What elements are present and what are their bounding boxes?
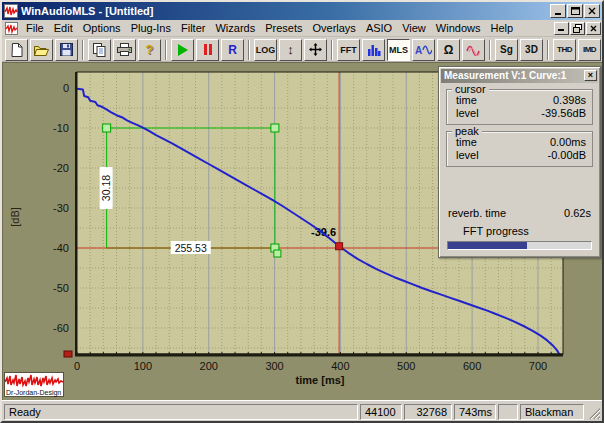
status-ready: Ready <box>4 404 358 420</box>
document-icon <box>5 22 18 35</box>
new-page-icon <box>11 43 23 57</box>
selection-handle[interactable] <box>103 124 111 132</box>
menu-asio[interactable]: ASIO <box>361 21 397 36</box>
record-r-button[interactable]: R <box>221 39 244 61</box>
peak-time-row: time 0.00ms <box>447 136 592 149</box>
panel-close-icon: × <box>588 70 593 80</box>
sg-button[interactable]: Sg <box>495 39 518 61</box>
svg-text:A: A <box>415 45 422 56</box>
status-samplerate: 44100 <box>360 404 402 420</box>
y-tick-label: -40 <box>53 242 69 254</box>
reverb-time-row: reverb. time 0.62s <box>448 207 591 219</box>
omega-icon: Ω <box>444 43 454 57</box>
cursor-level-key: level <box>456 107 479 120</box>
squiggle-icon <box>466 44 482 56</box>
resize-grip[interactable] <box>587 404 600 420</box>
x-tick-label: 600 <box>463 360 481 372</box>
play-button[interactable] <box>171 39 194 61</box>
toolbar-separator <box>489 40 491 60</box>
r-icon: R <box>228 43 237 57</box>
three-d-button[interactable]: 3D <box>520 39 543 61</box>
toolbar-separator <box>547 40 549 60</box>
toolbar-separator <box>165 40 167 60</box>
mdi-close-icon <box>590 25 597 32</box>
menu-edit[interactable]: Edit <box>49 21 78 36</box>
menu-help[interactable]: Help <box>485 21 518 36</box>
spectrum-button[interactable] <box>362 39 385 61</box>
cursor-marker[interactable] <box>336 243 343 250</box>
cursor-group-label: cursor <box>452 83 489 95</box>
left-axis-marker[interactable] <box>64 351 72 357</box>
mdi-close-button[interactable] <box>586 22 601 35</box>
mdi-restore-button[interactable] <box>570 22 585 35</box>
x-tick-label: 500 <box>397 360 415 372</box>
fft-button[interactable]: FFT <box>337 39 360 61</box>
menu-wizards[interactable]: Wizards <box>210 21 260 36</box>
peak-level-row: level -0.00dB <box>447 149 592 162</box>
measurement-panel-close-button[interactable]: × <box>584 70 597 81</box>
thd-button[interactable]: THD <box>553 39 576 61</box>
x-tick-label: 300 <box>265 360 283 372</box>
cursor-groupbox: cursor time 0.398s level -39.56dB <box>446 89 593 125</box>
waveform-icon <box>5 373 63 389</box>
maximize-icon <box>571 7 580 15</box>
copy-button[interactable] <box>88 39 111 61</box>
close-icon <box>588 7 596 15</box>
fft-progress-label: FFT progress <box>463 225 529 237</box>
y-tick-label: 0 <box>63 82 69 94</box>
menu-file[interactable]: File <box>21 21 49 36</box>
save-button[interactable] <box>55 39 78 61</box>
signal-generator-button[interactable]: A <box>412 39 435 61</box>
vendor-logo: Dr-Jordan-Design <box>4 372 64 397</box>
pan-button[interactable] <box>304 39 327 61</box>
status-window-length: 743ms <box>454 404 496 420</box>
y-tick-label: -20 <box>53 162 69 174</box>
menu-view[interactable]: View <box>397 21 431 36</box>
log-scale-button[interactable]: LOG <box>254 39 277 61</box>
peak-time-key: time <box>456 136 477 149</box>
impedance-button[interactable]: Ω <box>437 39 460 61</box>
maximize-button[interactable] <box>567 4 583 18</box>
menu-presets[interactable]: Presets <box>260 21 307 36</box>
x-tick-label: 0 <box>74 360 80 372</box>
measurement-panel-titlebar[interactable]: Measurement V:1 Curve:1 × <box>441 69 598 83</box>
cursor-time-row: time 0.398s <box>447 94 592 107</box>
pause-button[interactable] <box>196 39 219 61</box>
mdi-restore-icon <box>573 24 582 33</box>
menu-windows[interactable]: Windows <box>431 21 486 36</box>
app-icon <box>4 4 18 18</box>
menu-plugins[interactable]: Plug-Ins <box>126 21 176 36</box>
imd-button[interactable]: IMD <box>578 39 601 61</box>
peak-level-key: level <box>456 149 479 162</box>
menubar: File Edit Options Plug-Ins Filter Wizard… <box>2 20 602 37</box>
menu-overlays[interactable]: Overlays <box>307 21 360 36</box>
selection-handle[interactable] <box>271 124 279 132</box>
mdi-window-controls <box>553 22 601 35</box>
close-button[interactable] <box>584 4 600 18</box>
x-tick-label: 200 <box>200 360 218 372</box>
measurement-panel[interactable]: Measurement V:1 Curve:1 × cursor time 0.… <box>438 66 601 258</box>
y-tick-label: -60 <box>53 322 69 334</box>
toolbar: ? R LOG ↕ FFT MLS A Ω <box>2 37 602 62</box>
minimize-button[interactable] <box>550 4 566 18</box>
vertical-zoom-button[interactable]: ↕ <box>279 39 302 61</box>
help-button[interactable]: ? <box>138 39 161 61</box>
play-icon <box>178 44 188 56</box>
new-button[interactable] <box>5 39 28 61</box>
cursor-time-value: 0.398s <box>553 94 586 107</box>
mls-button[interactable]: MLS <box>387 39 410 61</box>
menu-filter[interactable]: Filter <box>176 21 210 36</box>
statusbar: Ready 44100 32768 743ms Blackman <box>2 400 602 420</box>
y-tick-label: -30 <box>53 202 69 214</box>
reverb-time-value: 0.62s <box>564 207 591 219</box>
menu-options[interactable]: Options <box>78 21 126 36</box>
wavelet-button[interactable] <box>462 39 485 61</box>
toolbar-separator <box>331 40 333 60</box>
selection-handle[interactable] <box>274 250 281 257</box>
mdi-minimize-button[interactable] <box>554 22 569 35</box>
status-fftsize: 32768 <box>404 404 452 420</box>
open-button[interactable] <box>30 39 53 61</box>
printer-icon <box>117 43 132 56</box>
print-button[interactable] <box>113 39 136 61</box>
mdi-minimize-icon <box>558 25 565 31</box>
